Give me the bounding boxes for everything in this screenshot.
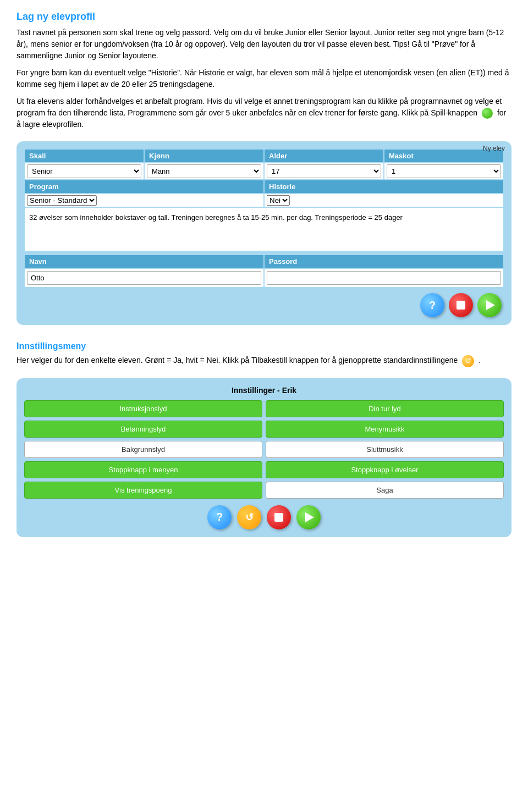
- settings-refresh-button[interactable]: ↺: [237, 505, 261, 529]
- stop-icon: [457, 301, 465, 310]
- form-headers-row: Skall Kjønn Alder Maskot: [24, 149, 504, 163]
- stop-button[interactable]: [449, 293, 473, 317]
- settings-card-title: Innstillinger - Erik: [24, 386, 504, 395]
- historie-header: Historie: [264, 180, 504, 194]
- program-select[interactable]: Senior - Standard Junior - Standard: [27, 195, 97, 206]
- passord-input[interactable]: [267, 271, 501, 285]
- program-values-row: Senior - Standard Junior - Standard Nei …: [24, 194, 504, 207]
- saga-button[interactable]: Saga: [266, 482, 504, 499]
- alder-select[interactable]: 17 56789 1011121314 1516181920: [267, 164, 381, 178]
- play-icon-2: [305, 512, 314, 522]
- program-description: 32 øvelser som inneholder bokstaver og t…: [24, 207, 504, 251]
- refresh-icon: ↺: [245, 511, 254, 523]
- intro-paragraph-3: Ut fra elevens alder forhåndvelges et an…: [16, 96, 512, 130]
- skall-cell: Senior Junior: [24, 163, 144, 180]
- menymusikk-button[interactable]: Menymusikk: [266, 421, 504, 438]
- alder-cell: 17 56789 1011121314 1516181920: [264, 163, 384, 180]
- program-header: Program: [24, 180, 264, 194]
- din-tur-lyd-button[interactable]: Din tur lyd: [266, 400, 504, 417]
- maskot-cell: 1 23: [384, 163, 504, 180]
- page-title: Lag ny elevprofil: [16, 11, 512, 23]
- settings-stop-button[interactable]: [267, 505, 291, 529]
- help-button[interactable]: ?: [420, 293, 444, 317]
- skall-select[interactable]: Senior Junior: [27, 164, 141, 178]
- navn-header: Navn: [24, 255, 264, 268]
- settings-play-button[interactable]: [296, 505, 321, 529]
- settings-buttons-grid: Instruksjonslyd Din tur lyd Belønningsly…: [24, 400, 504, 499]
- new-student-form-card: Ny elev Skall Kjønn Alder Maskot Senior …: [16, 141, 512, 325]
- settings-card: Innstillinger - Erik Instruksjonslyd Din…: [16, 378, 512, 537]
- skall-header: Skall: [24, 149, 144, 163]
- play-button[interactable]: [477, 293, 502, 317]
- bakgrunnslyd-button[interactable]: Bakgrunnslyd: [24, 441, 262, 458]
- passord-section: Passord: [264, 255, 504, 288]
- passord-header: Passord: [264, 255, 504, 268]
- kjonn-select[interactable]: Mann Kvinne: [147, 164, 261, 178]
- navn-input[interactable]: [27, 271, 261, 285]
- form-button-row: ?: [24, 293, 504, 317]
- settings-section-title: Innstillingsmeny: [16, 341, 512, 351]
- alder-header: Alder: [264, 149, 384, 163]
- passord-cell: [264, 268, 504, 288]
- program-headers-row: Program Historie: [24, 180, 504, 194]
- navn-section: Navn: [24, 255, 264, 288]
- settings-action-buttons: ? ↺: [24, 505, 504, 529]
- ny-elev-label: Ny elev: [483, 145, 505, 152]
- form-values-row: Senior Junior Mann Kvinne 17 56789 10111…: [24, 163, 504, 180]
- settings-description: Her velger du for den enkelte eleven. Gr…: [16, 355, 512, 367]
- navn-cell: [24, 268, 264, 288]
- intro-paragraph-1: Tast navnet på personen som skal trene o…: [16, 27, 512, 62]
- settings-help-button[interactable]: ?: [207, 505, 232, 529]
- stoppknapp-menyen-button[interactable]: Stoppknapp i menyen: [24, 461, 262, 478]
- name-password-section: Navn Passord: [24, 255, 504, 288]
- belonningslyd-button[interactable]: Belønningslyd: [24, 421, 262, 438]
- vis-treningspoeng-button[interactable]: Vis treningspoeng: [24, 482, 262, 499]
- stop-icon-2: [274, 513, 283, 522]
- historie-cell: Nei Ja: [264, 194, 504, 207]
- kjonn-cell: Mann Kvinne: [144, 163, 264, 180]
- instruksjonslyd-button[interactable]: Instruksjonslyd: [24, 400, 262, 417]
- maskot-select[interactable]: 1 23: [387, 164, 501, 178]
- historie-select[interactable]: Nei Ja: [267, 195, 290, 206]
- kjonn-header: Kjønn: [144, 149, 264, 163]
- refresh-icon-inline: ↺: [462, 355, 474, 367]
- play-icon: [486, 300, 495, 310]
- sluttmusikk-button[interactable]: Sluttmusikk: [266, 441, 504, 458]
- program-cell: Senior - Standard Junior - Standard: [24, 194, 264, 207]
- stoppknapp-ovelser-button[interactable]: Stoppknapp i øvelser: [266, 461, 504, 478]
- intro-paragraph-2: For yngre barn kan du eventuelt velge "H…: [16, 67, 512, 90]
